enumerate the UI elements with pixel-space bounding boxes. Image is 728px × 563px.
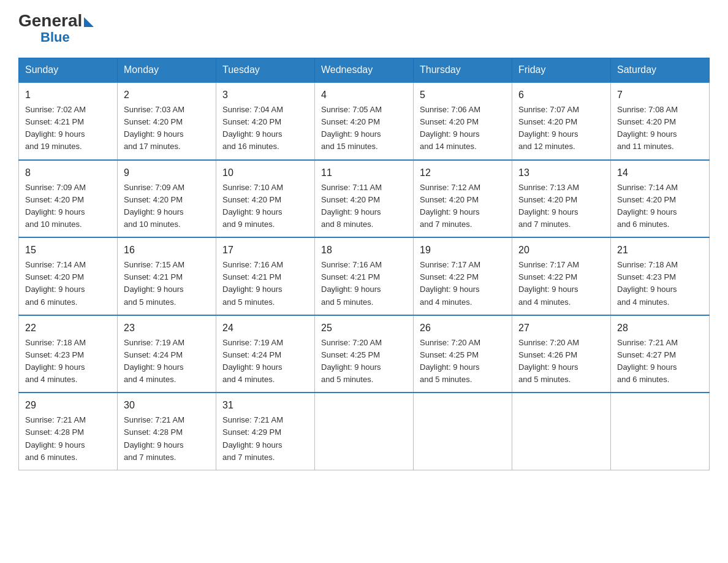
day-info: Sunrise: 7:09 AMSunset: 4:20 PMDaylight:…: [25, 182, 111, 231]
calendar-cell: 8Sunrise: 7:09 AMSunset: 4:20 PMDaylight…: [19, 160, 118, 238]
week-row-2: 8Sunrise: 7:09 AMSunset: 4:20 PMDaylight…: [19, 160, 710, 238]
calendar-table: SundayMondayTuesdayWednesdayThursdayFrid…: [18, 58, 710, 470]
day-number: 29: [25, 398, 111, 413]
day-number: 2: [124, 88, 210, 102]
col-header-monday: Monday: [118, 58, 216, 83]
day-number: 27: [518, 321, 604, 335]
day-number: 15: [25, 243, 111, 258]
week-row-1: 1Sunrise: 7:02 AMSunset: 4:21 PMDaylight…: [19, 82, 710, 160]
day-number: 7: [617, 88, 703, 102]
day-info: Sunrise: 7:06 AMSunset: 4:20 PMDaylight:…: [420, 104, 506, 153]
day-info: Sunrise: 7:13 AMSunset: 4:20 PMDaylight:…: [518, 182, 604, 231]
day-info: Sunrise: 7:15 AMSunset: 4:21 PMDaylight:…: [124, 259, 210, 308]
day-info: Sunrise: 7:20 AMSunset: 4:25 PMDaylight:…: [321, 337, 407, 386]
day-info: Sunrise: 7:14 AMSunset: 4:20 PMDaylight:…: [617, 182, 703, 231]
logo-blue-text: Blue: [40, 29, 70, 45]
day-info: Sunrise: 7:16 AMSunset: 4:21 PMDaylight:…: [321, 259, 407, 308]
day-info: Sunrise: 7:19 AMSunset: 4:24 PMDaylight:…: [124, 337, 210, 386]
day-info: Sunrise: 7:21 AMSunset: 4:29 PMDaylight:…: [222, 414, 308, 464]
col-header-tuesday: Tuesday: [216, 58, 315, 83]
calendar-cell: 29Sunrise: 7:21 AMSunset: 4:28 PMDayligh…: [19, 393, 118, 470]
logo-arrow-icon: [84, 17, 94, 27]
day-info: Sunrise: 7:08 AMSunset: 4:20 PMDaylight:…: [617, 104, 703, 153]
page-header: General Blue: [18, 12, 710, 45]
day-number: 30: [124, 398, 210, 413]
day-info: Sunrise: 7:04 AMSunset: 4:20 PMDaylight:…: [222, 104, 308, 153]
week-row-5: 29Sunrise: 7:21 AMSunset: 4:28 PMDayligh…: [19, 393, 710, 470]
day-info: Sunrise: 7:21 AMSunset: 4:28 PMDaylight:…: [124, 414, 210, 464]
day-number: 28: [617, 321, 703, 335]
calendar-header-row: SundayMondayTuesdayWednesdayThursdayFrid…: [19, 58, 710, 83]
calendar-cell: 3Sunrise: 7:04 AMSunset: 4:20 PMDaylight…: [216, 82, 315, 160]
day-info: Sunrise: 7:12 AMSunset: 4:20 PMDaylight:…: [420, 182, 506, 231]
calendar-cell: 22Sunrise: 7:18 AMSunset: 4:23 PMDayligh…: [19, 315, 118, 393]
day-number: 17: [222, 243, 308, 258]
day-number: 19: [420, 243, 506, 258]
day-number: 16: [124, 243, 210, 258]
col-header-friday: Friday: [512, 58, 611, 83]
col-header-wednesday: Wednesday: [315, 58, 414, 83]
day-number: 14: [617, 166, 703, 180]
calendar-cell: 18Sunrise: 7:16 AMSunset: 4:21 PMDayligh…: [315, 237, 414, 315]
day-info: Sunrise: 7:18 AMSunset: 4:23 PMDaylight:…: [617, 259, 703, 308]
day-info: Sunrise: 7:07 AMSunset: 4:20 PMDaylight:…: [518, 104, 604, 153]
calendar-cell: [414, 393, 512, 470]
day-number: 1: [25, 88, 111, 102]
day-info: Sunrise: 7:20 AMSunset: 4:25 PMDaylight:…: [420, 337, 506, 386]
calendar-cell: 11Sunrise: 7:11 AMSunset: 4:20 PMDayligh…: [315, 160, 414, 238]
day-number: 12: [420, 166, 506, 180]
calendar-cell: 28Sunrise: 7:21 AMSunset: 4:27 PMDayligh…: [611, 315, 710, 393]
calendar-cell: 2Sunrise: 7:03 AMSunset: 4:20 PMDaylight…: [118, 82, 216, 160]
day-number: 24: [222, 321, 308, 335]
day-info: Sunrise: 7:16 AMSunset: 4:21 PMDaylight:…: [222, 259, 308, 308]
calendar-cell: 6Sunrise: 7:07 AMSunset: 4:20 PMDaylight…: [512, 82, 611, 160]
calendar-cell: [512, 393, 611, 470]
calendar-cell: 15Sunrise: 7:14 AMSunset: 4:20 PMDayligh…: [19, 237, 118, 315]
day-number: 4: [321, 88, 407, 102]
calendar-cell: 26Sunrise: 7:20 AMSunset: 4:25 PMDayligh…: [414, 315, 512, 393]
calendar-cell: 13Sunrise: 7:13 AMSunset: 4:20 PMDayligh…: [512, 160, 611, 238]
day-number: 11: [321, 166, 407, 180]
logo: General Blue: [18, 12, 94, 45]
day-number: 8: [25, 166, 111, 180]
day-number: 31: [222, 398, 308, 413]
day-number: 9: [124, 166, 210, 180]
day-number: 10: [222, 166, 308, 180]
day-number: 18: [321, 243, 407, 258]
calendar-cell: 21Sunrise: 7:18 AMSunset: 4:23 PMDayligh…: [611, 237, 710, 315]
day-info: Sunrise: 7:09 AMSunset: 4:20 PMDaylight:…: [124, 182, 210, 231]
day-number: 21: [617, 243, 703, 258]
calendar-cell: 27Sunrise: 7:20 AMSunset: 4:26 PMDayligh…: [512, 315, 611, 393]
day-info: Sunrise: 7:17 AMSunset: 4:22 PMDaylight:…: [420, 259, 506, 308]
day-number: 23: [124, 321, 210, 335]
col-header-thursday: Thursday: [414, 58, 512, 83]
calendar-cell: 31Sunrise: 7:21 AMSunset: 4:29 PMDayligh…: [216, 393, 315, 470]
col-header-sunday: Sunday: [19, 58, 118, 83]
calendar-cell: 7Sunrise: 7:08 AMSunset: 4:20 PMDaylight…: [611, 82, 710, 160]
day-info: Sunrise: 7:03 AMSunset: 4:20 PMDaylight:…: [124, 104, 210, 153]
day-number: 13: [518, 166, 604, 180]
day-info: Sunrise: 7:21 AMSunset: 4:27 PMDaylight:…: [617, 337, 703, 386]
day-info: Sunrise: 7:14 AMSunset: 4:20 PMDaylight:…: [25, 259, 111, 308]
calendar-cell: 5Sunrise: 7:06 AMSunset: 4:20 PMDaylight…: [414, 82, 512, 160]
calendar-cell: 17Sunrise: 7:16 AMSunset: 4:21 PMDayligh…: [216, 237, 315, 315]
day-info: Sunrise: 7:11 AMSunset: 4:20 PMDaylight:…: [321, 182, 407, 231]
calendar-cell: 4Sunrise: 7:05 AMSunset: 4:20 PMDaylight…: [315, 82, 414, 160]
calendar-cell: 9Sunrise: 7:09 AMSunset: 4:20 PMDaylight…: [118, 160, 216, 238]
calendar-cell: 14Sunrise: 7:14 AMSunset: 4:20 PMDayligh…: [611, 160, 710, 238]
day-info: Sunrise: 7:18 AMSunset: 4:23 PMDaylight:…: [25, 337, 111, 386]
day-info: Sunrise: 7:19 AMSunset: 4:24 PMDaylight:…: [222, 337, 308, 386]
day-info: Sunrise: 7:21 AMSunset: 4:28 PMDaylight:…: [25, 414, 111, 464]
calendar-cell: 24Sunrise: 7:19 AMSunset: 4:24 PMDayligh…: [216, 315, 315, 393]
day-info: Sunrise: 7:02 AMSunset: 4:21 PMDaylight:…: [25, 104, 111, 153]
week-row-3: 15Sunrise: 7:14 AMSunset: 4:20 PMDayligh…: [19, 237, 710, 315]
calendar-cell: 16Sunrise: 7:15 AMSunset: 4:21 PMDayligh…: [118, 237, 216, 315]
logo-general-text: General: [18, 12, 82, 29]
day-info: Sunrise: 7:05 AMSunset: 4:20 PMDaylight:…: [321, 104, 407, 153]
day-info: Sunrise: 7:10 AMSunset: 4:20 PMDaylight:…: [222, 182, 308, 231]
col-header-saturday: Saturday: [611, 58, 710, 83]
week-row-4: 22Sunrise: 7:18 AMSunset: 4:23 PMDayligh…: [19, 315, 710, 393]
calendar-cell: 1Sunrise: 7:02 AMSunset: 4:21 PMDaylight…: [19, 82, 118, 160]
calendar-cell: 30Sunrise: 7:21 AMSunset: 4:28 PMDayligh…: [118, 393, 216, 470]
day-number: 5: [420, 88, 506, 102]
